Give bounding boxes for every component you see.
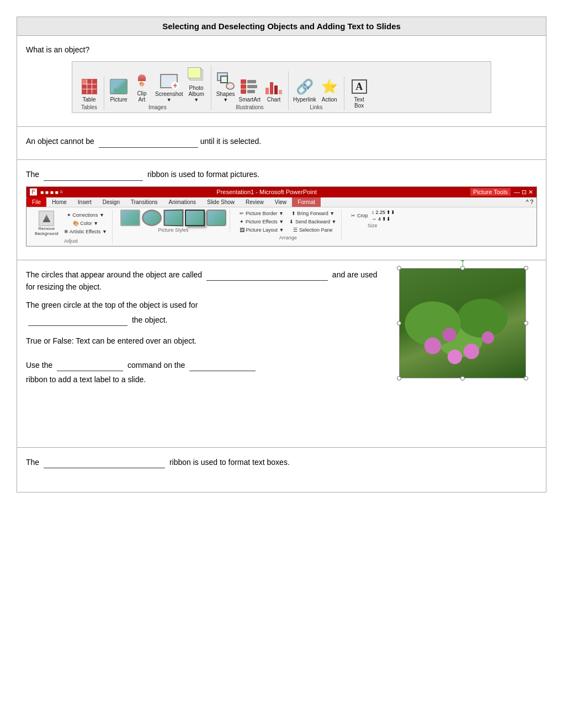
ppt-group-styles: Picture Styles (117, 210, 230, 233)
bring-forward-btn[interactable]: ⬆ Bring Forward ▼ (288, 210, 338, 217)
tab-home[interactable]: Home (46, 197, 72, 207)
ribbon-group-tables-label: Tables (81, 104, 97, 110)
main-content: What is an object? (17, 36, 546, 493)
artistic-effects-btn[interactable]: ✻ Artistic Effects ▼ (62, 228, 109, 235)
tab-design[interactable]: Design (97, 197, 125, 207)
picture-layout-btn[interactable]: 🖼 Picture Layout ▼ (238, 226, 285, 234)
ribbon-group-images: Picture 🎨 ClipArt (107, 65, 211, 110)
tab-slideshow[interactable]: Slide Show (201, 197, 240, 207)
handle-tl (397, 266, 401, 270)
ppt-ribbon: 🅿 ■ ■ ■ ■ = Presentation1 - Microsoft Po… (26, 186, 537, 247)
ribbon-item-hyperlink[interactable]: 🔗 Hyperlink (293, 77, 316, 103)
rotate-line (463, 260, 463, 266)
question-1-label: What is an object? (26, 44, 537, 56)
handle-bl (397, 376, 401, 381)
handle-tm (460, 266, 465, 270)
ribbon-group-illustrations: Shapes ▼ (214, 71, 289, 110)
ribbon-group-illustrations-label: Illustrations (236, 104, 264, 110)
page-title: Selecting and Deselecting Objects and Ad… (17, 17, 546, 36)
ppt-group-adjust: RemoveBackground ✦ Corrections ▼ 🎨 Color… (30, 210, 113, 244)
handle-tr (524, 266, 528, 270)
ribbon-item-clip-art[interactable]: 🎨 ClipArt (132, 71, 152, 103)
blank-4b (28, 313, 128, 326)
tab-animations[interactable]: Animations (163, 197, 201, 207)
page: Selecting and Deselecting Objects and Ad… (17, 17, 546, 493)
ribbon-item-screenshot[interactable]: Screenshot ▼ (155, 71, 183, 103)
tab-file[interactable]: File (26, 197, 46, 207)
crop-btn[interactable]: ✂ Crop (349, 212, 369, 220)
ppt-tab-bar: File Home Insert Design Transitions Anim… (26, 197, 537, 207)
section-1: What is an object? (17, 36, 546, 127)
blank-4d1 (57, 358, 123, 371)
ribbon-item-picture[interactable]: Picture (109, 77, 129, 103)
question-2: An object cannot be until it is selected… (26, 135, 537, 147)
blank-5 (44, 456, 165, 468)
tab-format[interactable]: Format (292, 197, 321, 207)
flower-image-container (399, 268, 526, 378)
ribbon-item-shapes[interactable]: Shapes ▼ (216, 71, 236, 103)
question-5: The ribbon is used to format text boxes. (26, 456, 537, 468)
question-3: The ribbon is used to format pictures. (26, 168, 537, 180)
ribbon-group-links-label: Links (310, 104, 322, 110)
section-4: The circles that appear around the objec… (17, 260, 546, 448)
tab-insert[interactable]: Insert (72, 197, 97, 207)
style-thumb-5[interactable] (206, 210, 226, 226)
handle-mr (524, 321, 528, 325)
blank-3 (44, 168, 143, 180)
picture-tools-badge: Picture Tools (470, 188, 511, 196)
picture-border-btn[interactable]: ✏ Picture Border ▼ (238, 210, 285, 217)
ribbon-item-smartart[interactable]: SmartArt (239, 77, 261, 103)
ribbon-item-chart[interactable]: Chart (264, 77, 284, 103)
handle-ml (397, 321, 401, 325)
color-btn[interactable]: 🎨 Color ▼ (62, 220, 109, 227)
ribbon-item-action[interactable]: ⭐ Action (320, 77, 339, 103)
ppt-title-bar: 🅿 ■ ■ ■ ■ = Presentation1 - Microsoft Po… (26, 187, 537, 197)
ribbon-mockup: Table Tables Picture (72, 61, 491, 113)
blank-2 (99, 135, 198, 147)
ribbon-item-table[interactable]: Table (79, 77, 99, 103)
section-2: An object cannot be until it is selected… (17, 127, 546, 160)
ribbon-item-photo-album[interactable]: PhotoAlbum ▼ (187, 65, 206, 103)
section-5: The ribbon is used to format text boxes. (17, 448, 546, 492)
selection-pane-btn[interactable]: ☰ Selection Pane (288, 226, 338, 234)
remove-bg-btn[interactable]: RemoveBackground (33, 210, 60, 237)
section-3: The ribbon is used to format pictures. 🅿… (17, 160, 546, 260)
ribbon-group-links: 🔗 Hyperlink ⭐ Action Links (291, 77, 344, 110)
style-thumb-3[interactable] (163, 209, 183, 226)
ribbon-group-images-label: Images (148, 104, 167, 110)
ppt-group-size: ✂ Crop ↕ 2.25 ⬆⬇ ↔ 4 ⬆⬇ (346, 210, 399, 228)
flower-photo (399, 268, 526, 378)
ribbon-group-text: A TextBox (347, 77, 374, 110)
tab-transitions[interactable]: Transitions (125, 197, 163, 207)
corrections-btn[interactable]: ✦ Corrections ▼ (62, 211, 109, 219)
style-thumb-4[interactable] (185, 210, 205, 226)
tab-review[interactable]: Review (240, 197, 269, 207)
ppt-group-arrange: ✏ Picture Border ▼ ✦ Picture Effects ▼ 🖼… (235, 210, 342, 240)
ribbon-item-textbox[interactable]: A TextBox (349, 77, 369, 109)
ppt-ribbon-content: RemoveBackground ✦ Corrections ▼ 🎨 Color… (26, 207, 537, 246)
send-backward-btn[interactable]: ⬇ Send Backward ▼ (288, 218, 338, 226)
picture-effects-btn[interactable]: ✦ Picture Effects ▼ (238, 218, 285, 226)
style-thumb-1[interactable] (120, 210, 140, 226)
style-thumb-2[interactable] (142, 210, 162, 226)
tab-view[interactable]: View (269, 197, 293, 207)
handle-bm (460, 376, 465, 381)
blank-4a (206, 268, 328, 281)
blank-4d2 (189, 358, 256, 371)
ribbon-group-tables: Table Tables (77, 77, 104, 110)
handle-br (524, 376, 528, 381)
